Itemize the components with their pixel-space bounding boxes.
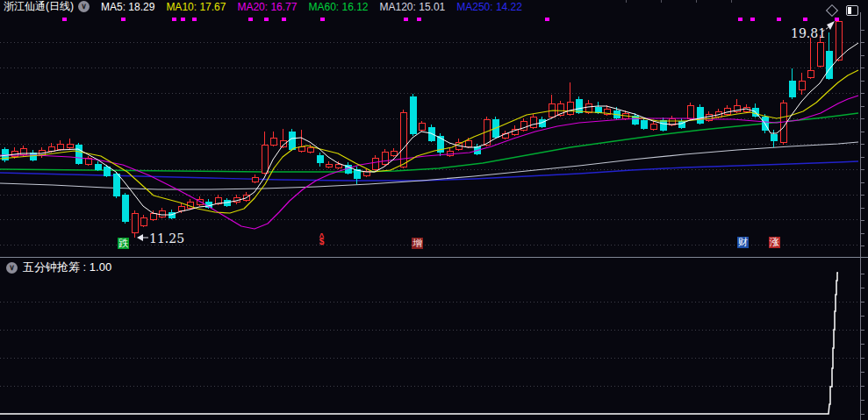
candle [771,134,777,140]
candle [307,147,313,152]
signal-dot [62,18,67,21]
candle [410,96,416,133]
low-price-label: 11.25 [149,231,184,246]
stock-chart-window: 19.8111.25 浙江仙通(日线) ∨ MA5: 18.29 MA10: 1… [0,0,868,420]
chevron-down-icon[interactable]: ∨ [6,262,18,274]
chart-title-group: 浙江仙通(日线) ∨ [4,0,90,14]
candle [641,120,647,128]
candle [178,206,184,210]
candle [48,146,54,151]
signal-dot [282,18,286,21]
signal-dot [417,18,421,21]
signal-dot [545,18,549,21]
signal-dot [835,18,839,21]
signal-dot [192,18,197,21]
candle [317,155,323,162]
candle [799,81,805,89]
signal-badge-$: ^$ [316,235,327,246]
candle [262,145,268,173]
candle [465,140,471,146]
candle [576,99,582,112]
candle [372,158,378,169]
signal-badge-跌: 跌 [118,238,129,249]
candle [67,144,73,147]
diamond-icon[interactable] [826,4,838,17]
sub-indicator-label: 五分钟抢筹 : 1.00 [23,260,111,275]
signal-dot [320,18,325,21]
signal-dot [248,18,253,21]
candle [567,102,573,114]
candle [826,51,832,78]
candle [419,123,425,130]
candle [75,145,82,163]
signal-dot [121,18,126,21]
ma-line-ma10 [0,70,858,213]
sub-chart-header: ∨ 五分钟抢筹 : 1.00 [6,260,111,275]
main-chart-header: 浙江仙通(日线) ∨ MA5: 18.29 MA10: 17.67 MA20: … [4,0,522,13]
signal-dot [264,18,269,21]
candle [252,177,258,182]
signal-dot [172,18,176,21]
candle [57,144,63,149]
signal-dot [404,18,408,21]
candle [789,81,795,96]
candle [817,42,823,66]
candle [660,120,666,130]
ma120-label: MA120: 15.01 [380,1,446,13]
top-right-tools [828,5,858,16]
candle [687,105,693,118]
candle [326,164,332,167]
ma10-label: MA10: 17.67 [166,1,226,13]
signal-badge-增: 增 [412,238,423,249]
ma20-label: MA20: 16.77 [237,1,297,13]
candle [595,107,601,112]
candle [132,213,138,232]
ma250-label: MA250: 14.22 [456,1,522,13]
candle [382,152,388,164]
signal-dot [803,18,807,21]
candle [650,124,656,129]
sub-indicator-line [0,273,838,414]
candle [270,138,276,145]
signal-badge-财: 财 [737,237,749,248]
candle [697,107,703,123]
candle [140,217,147,225]
candle [243,195,249,200]
candle [391,151,397,155]
low-arrow-head [137,234,143,241]
ma60-label: MA60: 16.12 [308,1,368,13]
signal-dot [777,18,781,21]
candle [159,210,165,217]
signal-dot [750,18,755,21]
candle [104,167,110,175]
signal-badge-涨: 涨 [769,237,780,248]
candle [95,164,101,169]
candle [215,197,221,203]
high-price-label: 19.81 [791,26,826,40]
candle [836,21,842,60]
high-arrow-head [827,21,835,30]
ma-line-ma60 [0,113,858,172]
chevron-down-icon[interactable]: ∨ [78,1,90,12]
signal-dot [738,18,742,21]
signal-dot [181,18,185,21]
chart-canvas[interactable]: 19.8111.25 [0,0,868,420]
candle [122,195,128,221]
candle [807,70,814,77]
candle [113,174,119,196]
candle [585,103,592,112]
ma5-label: MA5: 18.29 [101,1,154,13]
split-window-icon[interactable] [846,5,858,16]
chart-title: 浙江仙通(日线) [4,0,74,14]
